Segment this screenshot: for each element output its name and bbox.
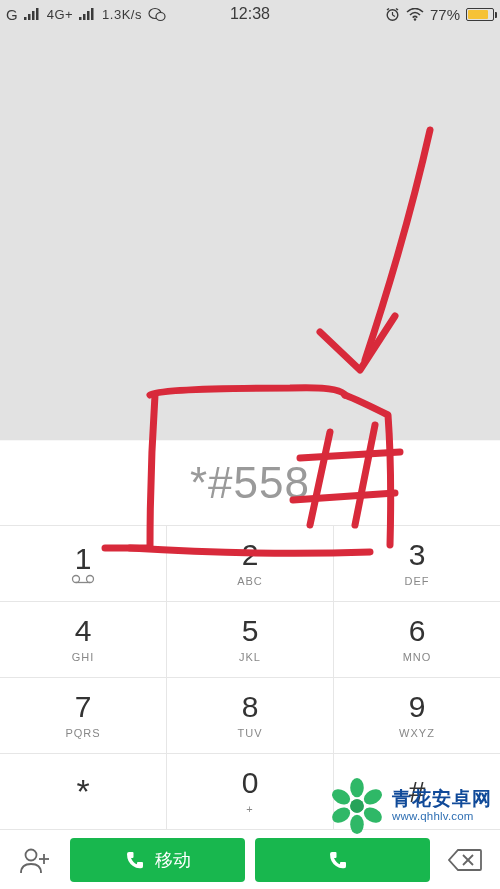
- key-8[interactable]: 8 TUV: [167, 677, 334, 753]
- key-2[interactable]: 2 ABC: [167, 525, 334, 601]
- dialed-number-value: *#558: [190, 458, 310, 508]
- key-digit: 2: [242, 540, 259, 570]
- key-digit: 9: [409, 692, 426, 722]
- call-sim1-button[interactable]: 移动: [70, 838, 245, 882]
- wifi-icon: [406, 8, 424, 21]
- alarm-icon: [385, 7, 400, 22]
- add-contact-button[interactable]: [10, 846, 60, 874]
- key-digit: #: [409, 777, 426, 807]
- key-star[interactable]: *: [0, 753, 167, 829]
- svg-rect-0: [24, 17, 27, 20]
- key-sub: WXYZ: [399, 727, 435, 739]
- carrier-prefix: G: [6, 6, 18, 23]
- key-sub: PQRS: [65, 727, 100, 739]
- svg-rect-1: [28, 14, 31, 20]
- key-1[interactable]: 1: [0, 525, 167, 601]
- svg-line-14: [392, 15, 395, 17]
- battery-percent: 77%: [430, 6, 460, 23]
- key-digit: 5: [242, 616, 259, 646]
- key-digit: 0: [242, 768, 259, 798]
- svg-point-19: [26, 849, 37, 860]
- signal-bars-icon: [24, 8, 41, 20]
- key-sub: GHI: [72, 651, 95, 663]
- phone-icon: [328, 850, 348, 870]
- key-5[interactable]: 5 JKL: [167, 601, 334, 677]
- key-digit: 6: [409, 616, 426, 646]
- bottom-action-bar: 移动: [0, 829, 500, 889]
- network-mode: 4G+: [47, 7, 73, 22]
- svg-rect-4: [79, 17, 82, 20]
- status-right-cluster: 77%: [385, 6, 494, 23]
- add-contact-icon: [19, 846, 51, 874]
- key-digit: 3: [409, 540, 426, 570]
- key-digit: 8: [242, 692, 259, 722]
- phone-icon: [125, 850, 145, 870]
- wechat-icon: [148, 7, 166, 22]
- key-sub: JKL: [239, 651, 261, 663]
- svg-point-9: [156, 12, 165, 20]
- key-6[interactable]: 6 MNO: [334, 601, 500, 677]
- svg-point-16: [73, 575, 80, 582]
- key-3[interactable]: 3 DEF: [334, 525, 500, 601]
- call-sim2-button[interactable]: [255, 838, 430, 882]
- key-sub: TUV: [238, 727, 263, 739]
- key-sub: MNO: [403, 651, 432, 663]
- svg-point-15: [414, 18, 416, 20]
- status-bar: G 4G+ 1.3K/s 12:38: [0, 0, 500, 28]
- svg-line-12: [396, 8, 398, 10]
- key-7[interactable]: 7 PQRS: [0, 677, 167, 753]
- svg-point-17: [87, 575, 94, 582]
- dialpad: 1 2 ABC 3 DEF 4 GHI 5: [0, 525, 500, 829]
- empty-content-area: [0, 28, 500, 440]
- svg-rect-7: [91, 8, 94, 20]
- key-digit: 4: [75, 616, 92, 646]
- key-sub: ABC: [237, 575, 263, 587]
- key-digit: 1: [75, 544, 92, 574]
- backspace-button[interactable]: [440, 848, 490, 872]
- svg-rect-5: [83, 14, 86, 20]
- key-hash[interactable]: #: [334, 753, 500, 829]
- backspace-icon: [448, 848, 482, 872]
- call-sim1-label: 移动: [155, 848, 191, 872]
- svg-rect-3: [36, 8, 39, 20]
- data-speed: 1.3K/s: [102, 7, 142, 22]
- voicemail-icon: [71, 574, 95, 584]
- key-sub: +: [246, 803, 253, 815]
- battery-icon: [466, 8, 494, 21]
- svg-rect-2: [32, 11, 35, 20]
- svg-line-11: [387, 8, 389, 10]
- status-left-cluster: G 4G+ 1.3K/s: [6, 6, 166, 23]
- key-9[interactable]: 9 WXYZ: [334, 677, 500, 753]
- key-0[interactable]: 0 +: [167, 753, 334, 829]
- key-sub: DEF: [405, 575, 430, 587]
- signal-bars-icon: [79, 8, 96, 20]
- key-digit: 7: [75, 692, 92, 722]
- dialed-number-display: *#558: [0, 440, 500, 525]
- key-digit: *: [76, 772, 89, 811]
- key-4[interactable]: 4 GHI: [0, 601, 167, 677]
- svg-rect-6: [87, 11, 90, 20]
